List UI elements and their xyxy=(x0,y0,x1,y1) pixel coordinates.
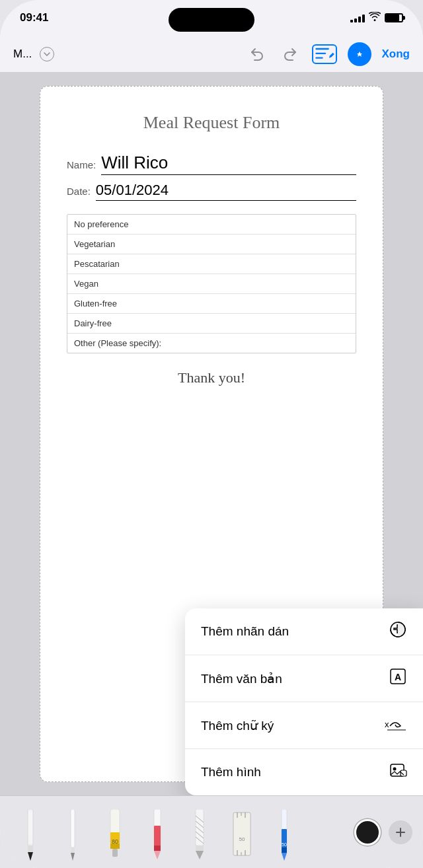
option-row: Dairy-free xyxy=(67,314,356,334)
svg-rect-0 xyxy=(315,48,329,49)
svg-text:50: 50 xyxy=(282,842,287,847)
popup-item-label-text: Thêm văn bản xyxy=(201,671,282,686)
wifi-icon xyxy=(369,12,381,24)
markup-button[interactable] xyxy=(312,44,337,64)
tool-blue-pen[interactable]: 50 xyxy=(264,803,304,862)
tool-fine-pen[interactable] xyxy=(53,803,93,862)
svg-marker-35 xyxy=(196,851,204,859)
svg-rect-18 xyxy=(71,811,74,846)
svg-rect-2 xyxy=(315,57,323,58)
svg-text:50: 50 xyxy=(239,836,245,842)
option-row: No preference xyxy=(67,215,356,235)
svg-rect-1 xyxy=(315,52,326,54)
popup-item-icon-image xyxy=(389,761,407,783)
popup-item-icon-sticker xyxy=(389,620,407,643)
date-field: Date: 05/01/2024 xyxy=(67,182,356,201)
svg-rect-22 xyxy=(112,849,118,857)
tool-marker[interactable]: 80 xyxy=(95,803,135,862)
svg-point-10 xyxy=(393,768,397,771)
option-row: Other (Please specify): xyxy=(67,334,356,353)
svg-marker-27 xyxy=(154,851,161,859)
undo-button[interactable] xyxy=(246,43,268,65)
svg-rect-14 xyxy=(28,811,32,844)
signal-icon xyxy=(350,13,365,22)
svg-rect-16 xyxy=(71,848,75,853)
popup-menu: Thêm nhãn dán Thêm văn bản A Thêm chữ ký… xyxy=(185,608,423,795)
popup-item-icon-signature: x xyxy=(383,714,407,737)
color-picker[interactable] xyxy=(354,819,381,846)
svg-rect-46 xyxy=(282,848,287,853)
status-icons xyxy=(350,12,403,24)
content-area: Meal Request Form Name: Will Rico Date: … xyxy=(0,73,423,795)
dynamic-island xyxy=(169,8,254,32)
svg-marker-47 xyxy=(282,853,287,861)
location-button[interactable] xyxy=(348,42,371,66)
date-value: 05/01/2024 xyxy=(96,182,356,201)
toolbar-left: M... xyxy=(13,47,235,61)
toolbar-title: M... xyxy=(13,48,32,61)
popup-item-label-signature: Thêm chữ ký xyxy=(201,718,274,733)
option-row: Pescatarian xyxy=(67,254,356,274)
svg-rect-36 xyxy=(233,813,250,855)
svg-marker-13 xyxy=(28,852,33,861)
svg-rect-12 xyxy=(28,846,33,852)
date-label: Date: xyxy=(67,186,91,197)
svg-text:80: 80 xyxy=(112,838,118,845)
name-field: Name: Will Rico xyxy=(67,153,356,175)
done-button[interactable]: Xong xyxy=(382,48,410,61)
svg-text:A: A xyxy=(395,672,401,682)
svg-marker-17 xyxy=(71,853,75,861)
drawing-toolbar: 80 xyxy=(0,795,423,868)
toolbar: M... Xong xyxy=(0,36,423,73)
popup-item-text[interactable]: Thêm văn bản A xyxy=(185,655,423,702)
svg-rect-26 xyxy=(154,846,161,851)
status-time: 09:41 xyxy=(20,11,48,24)
option-row: Vegetarian xyxy=(67,235,356,254)
popup-item-sticker[interactable]: Thêm nhãn dán xyxy=(185,608,423,655)
option-row: Vegan xyxy=(67,274,356,294)
redo-button[interactable] xyxy=(279,43,301,65)
thank-you: Thank you! xyxy=(67,369,356,386)
tool-crayon[interactable] xyxy=(137,803,177,862)
add-tool-button[interactable] xyxy=(389,820,412,844)
tool-brush[interactable] xyxy=(180,803,219,862)
tool-ruler[interactable]: 50 xyxy=(222,803,262,862)
name-value: Will Rico xyxy=(101,153,356,175)
tool-pen[interactable] xyxy=(11,803,50,862)
popup-item-label-image: Thêm hình xyxy=(201,765,261,779)
popup-item-icon-text: A xyxy=(389,667,407,690)
popup-item-label-sticker: Thêm nhãn dán xyxy=(201,624,289,639)
phone-frame: 09:41 M... xyxy=(0,0,423,868)
popup-item-signature[interactable]: Thêm chữ ký x xyxy=(185,702,423,749)
popup-item-image[interactable]: Thêm hình xyxy=(185,749,423,795)
battery-icon xyxy=(385,13,403,22)
svg-text:x: x xyxy=(385,719,389,729)
option-row: Gluten-free xyxy=(67,294,356,314)
name-label: Name: xyxy=(67,159,96,170)
svg-rect-34 xyxy=(196,846,204,851)
options-table: No preferenceVegetarianPescatarianVeganG… xyxy=(67,214,356,353)
svg-rect-25 xyxy=(154,826,161,847)
document-title: Meal Request Form xyxy=(67,113,356,133)
toolbar-chevron-button[interactable] xyxy=(40,47,54,61)
